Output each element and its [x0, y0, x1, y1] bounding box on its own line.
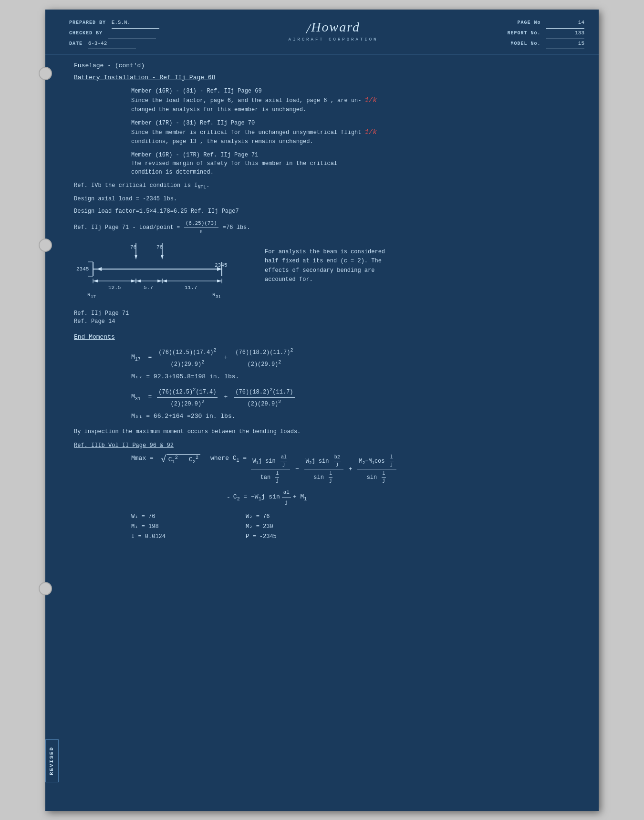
svg-text:R: R	[212, 292, 216, 298]
svg-text:11.7: 11.7	[185, 285, 197, 291]
page-no-row: PAGE No 14	[507, 18, 584, 29]
values-grid: W₁ = 76 W₂ = 76 M₁ = 198 M₂ = 230 I = 0.…	[131, 513, 575, 540]
w1-value: W₁ = 76	[131, 513, 227, 521]
m31-frac2: (76)(18.2)2(11.7) (2)(29.9)2	[234, 387, 294, 408]
model-no-row: MODEL No. 15	[507, 39, 584, 50]
ref-71: Ref. IIj Page 71 Ref. Page 14	[74, 310, 255, 326]
svg-text:76: 76	[130, 244, 136, 250]
svg-marker-21	[131, 280, 136, 282]
svg-marker-13	[97, 267, 102, 271]
revised-tab: REVISED	[45, 739, 59, 782]
end-moments-title: End Moments	[74, 333, 575, 342]
fuselage-title: Fuselage - (cont'd)	[74, 62, 575, 70]
para1-line1: Member (16R) - (31) - Ref. IIj Page 69	[131, 87, 575, 95]
m2-value: M₂ = 230	[246, 523, 341, 531]
svg-text:12.5: 12.5	[108, 285, 121, 291]
m17-frac1: (76)(12.5)(17.4)2 (2)(29.9)2	[157, 347, 218, 369]
mmax-equation: Mmax = √ C12 C22 where C1 = W1j sin alj …	[131, 454, 575, 506]
svg-text:2345: 2345	[215, 262, 227, 268]
para2: Member (17R) - (31) Ref. IIj Page 70 Sin…	[131, 119, 575, 146]
full-line2: Design axial load = -2345 lbs.	[74, 195, 575, 203]
svg-text:76: 76	[156, 244, 163, 250]
para3: Member (16R) - (17R) Ref. IIj Page 71 Th…	[131, 151, 575, 176]
i-value: I = 0.0124	[131, 533, 227, 541]
svg-marker-27	[157, 280, 162, 282]
full-line3: Design load factor=1.5×4.178=6.25 Ref. I…	[74, 207, 575, 216]
beam-diagram: 76 76 2345	[74, 243, 255, 326]
m17-label: M17 =	[131, 353, 152, 363]
para1: Member (16R) - (31) - Ref. IIj Page 69 S…	[131, 87, 575, 114]
m1-value: M₁ = 198	[131, 523, 227, 531]
para2-line1: Member (17R) - (31) Ref. IIj Page 70	[131, 119, 575, 127]
full-line1: Ref. IVb the critical condition is INTL.	[74, 181, 575, 191]
logo-slash: /	[306, 21, 311, 36]
diagram-description: For analysis the beam is considered half…	[255, 243, 575, 284]
svg-marker-4	[161, 255, 164, 259]
c1-expression: W1j sin alj tan lj − W2j sin b2j sin lj …	[249, 454, 398, 484]
svg-text:31: 31	[216, 295, 221, 300]
para3-line1: Member (16R) - (17R) Ref. IIj Page 71	[131, 151, 575, 159]
red-annotation-1: 1/k	[365, 96, 377, 104]
p-value: P = -2345	[246, 533, 341, 541]
para2-line2: Since the member is critical for the unc…	[131, 127, 575, 137]
header-center-logo: /Howard AIRCRAFT CORPORATION	[288, 18, 378, 42]
m17-equation: M17 = (76)(12.5)(17.4)2 (2)(29.9)2 + (76…	[131, 347, 575, 369]
svg-marker-1	[135, 255, 137, 259]
m17-frac2: (76)(18.2)(11.7)2 (2)(29.9)2	[234, 347, 294, 369]
document-header: PREPARED BY E.S.N. CHECKED BY DATE 6-3-4…	[45, 10, 599, 54]
m31-equation: M31 = (76)(12.5)2(17.4) (2)(29.9)2 + (76…	[131, 387, 575, 408]
full-line4: Ref. IIj Page 71 - Load/point = (6.25)(7…	[74, 219, 575, 236]
header-right: PAGE No 14 REPORT No. 133 MODEL No. 15	[507, 18, 584, 49]
checked-by-row: CHECKED BY	[69, 29, 159, 39]
report-no-row: REPORT No. 133	[507, 29, 584, 39]
m31-label: M31 =	[131, 393, 152, 403]
page-wrapper: REVISED PREPARED BY E.S.N. CHECKED BY DA…	[0, 0, 644, 820]
m17-result: M₁₇ = 92.3+105.8=198 in. lbs.	[131, 373, 575, 381]
svg-text:R: R	[87, 292, 91, 298]
svg-marker-20	[93, 280, 98, 282]
document: REVISED PREPARED BY E.S.N. CHECKED BY DA…	[45, 10, 599, 811]
para1-line3: changed the analysis for this emember is…	[131, 105, 575, 114]
inspection-text: By inspection the maximum moment occurs …	[74, 427, 575, 436]
red-annotation-2: 1/k	[365, 128, 377, 136]
para1-line2: Since the load factor, page 6, and the a…	[131, 95, 575, 105]
date-row: DATE 6-3-42	[69, 39, 159, 50]
svg-marker-32	[162, 280, 167, 282]
aircraft-corporation-text: AIRCRAFT CORPORATION	[288, 37, 378, 43]
svg-text:17: 17	[91, 295, 96, 300]
prepared-by-row: PREPARED BY E.S.N.	[69, 18, 159, 29]
m31-frac1: (76)(12.5)2(17.4) (2)(29.9)2	[157, 387, 218, 408]
para3-line2: The revised margin of safety for this me…	[131, 159, 575, 168]
punch-hole-1	[39, 67, 52, 80]
punch-hole-2	[39, 239, 52, 252]
w2-value: W₂ = 76	[246, 513, 341, 521]
battery-installation-title: Battery Installation - Ref IIj Page 68	[74, 73, 575, 82]
c2-equation: - C2 = −W1j sin al j + M1	[227, 489, 575, 506]
svg-marker-33	[217, 280, 222, 282]
where-c1: where C1 =	[210, 454, 247, 464]
m31-result: M₃₁ = 66.2+164 =230 in. lbs.	[131, 412, 575, 421]
ref-iiib: Ref. IIIb Vol II Page 96 & 92	[74, 442, 575, 450]
howard-logo: /Howard	[288, 21, 378, 36]
sqrt-container: √ C12 C22	[161, 454, 200, 466]
main-content: Fuselage - (cont'd) Battery Installation…	[45, 54, 599, 555]
svg-text:2345: 2345	[76, 266, 89, 272]
punch-hole-3	[39, 582, 52, 595]
svg-text:5.7: 5.7	[144, 285, 153, 291]
para3-line3: condition is determined.	[131, 168, 575, 176]
diagram-area: 76 76 2345	[74, 243, 575, 326]
para2-line3: conditions, page 13 , the analysis remai…	[131, 137, 575, 146]
header-left: PREPARED BY E.S.N. CHECKED BY DATE 6-3-4…	[69, 18, 159, 49]
mmax-label: Mmax =	[131, 454, 154, 463]
svg-marker-26	[136, 280, 141, 282]
